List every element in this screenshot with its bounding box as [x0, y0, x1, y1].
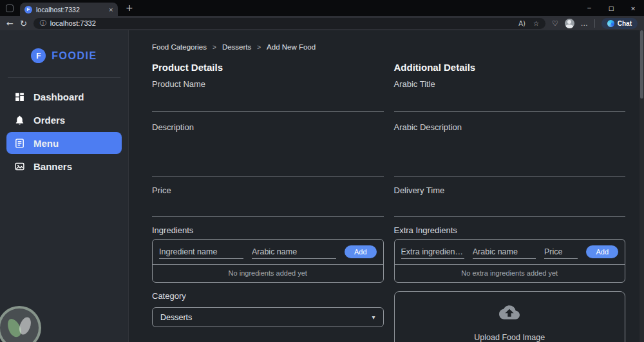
ingredients-input-row: Add [153, 240, 383, 265]
tab-strip: F localhost:7332 × + ─ □ × [0, 0, 644, 16]
upload-food-image-dropzone[interactable]: Upload Food Image [394, 291, 626, 342]
breadcrumb-item-add-new-food: Add New Food [267, 43, 316, 51]
new-tab-button[interactable]: + [126, 3, 133, 13]
tab-title: localhost:7332 [36, 6, 104, 14]
banners-image-icon [14, 161, 25, 172]
breadcrumb-item-food-categories[interactable]: Food Categories [152, 43, 207, 51]
more-menu-icon[interactable]: … [581, 19, 588, 28]
add-extra-ingredient-button[interactable]: Add [586, 245, 618, 258]
arabic-title-label: Arabic Title [394, 79, 626, 90]
close-button[interactable]: × [622, 0, 644, 16]
dashboard-icon [14, 91, 25, 102]
breadcrumb-separator: > [257, 44, 261, 51]
price-input[interactable] [152, 196, 384, 217]
back-icon[interactable]: ← [6, 19, 14, 28]
sidebar-item-menu[interactable]: Menu [6, 132, 122, 154]
sidebar-item-dashboard[interactable]: Dashboard [6, 86, 122, 108]
description-input[interactable] [152, 133, 384, 176]
favorite-star-icon[interactable]: ☆ [533, 20, 539, 27]
ingredient-name-input[interactable] [159, 245, 243, 259]
price-field: Price [152, 185, 384, 217]
bing-chat-icon [607, 20, 614, 27]
site-info-icon[interactable]: ⓘ [40, 19, 46, 28]
menu-card-icon [14, 138, 25, 149]
breadcrumb-separator: > [213, 44, 216, 51]
extra-ingredients-input-row: Add [395, 240, 625, 265]
additional-details-heading: Additional Details [394, 62, 626, 73]
arabic-title-input[interactable] [394, 90, 626, 112]
category-selected-value: Desserts [160, 313, 192, 322]
category-dropdown[interactable]: Desserts ▾ [152, 307, 384, 327]
tab-actions-icon[interactable] [6, 5, 14, 12]
address-bar-actions: A) ☆ [518, 20, 539, 27]
toolbar-divider [594, 19, 595, 28]
sidebar-item-label: Orders [33, 115, 65, 126]
arabic-title-field: Arabic Title [394, 79, 626, 112]
arabic-description-field: Arabic Description [394, 122, 626, 176]
sidebar: F FOODIE Dashboard Orders Menu [0, 30, 129, 342]
chat-button[interactable]: Chat [601, 18, 638, 29]
read-aloud-icon[interactable]: A) [518, 20, 526, 27]
extra-ingredients-empty-text: No extra ingredients added yet [395, 265, 625, 282]
main-content: Food Categories > Desserts > Add New Foo… [129, 30, 644, 342]
browser-essentials-icon[interactable]: ♡ [552, 19, 558, 28]
sidebar-item-label: Dashboard [33, 91, 84, 102]
tab-close-icon[interactable]: × [108, 6, 113, 13]
extra-ingredient-price-input[interactable] [544, 245, 578, 259]
minimize-button[interactable]: ─ [578, 0, 600, 16]
arabic-description-input[interactable] [394, 133, 626, 176]
breadcrumb: Food Categories > Desserts > Add New Foo… [152, 43, 625, 51]
logo-badge: F [31, 48, 46, 63]
scrollbar-thumb[interactable] [640, 30, 643, 99]
product-details-column: Product Details Product Name Description… [152, 62, 384, 342]
window-controls: ─ □ × [578, 0, 644, 16]
page-scrollbar[interactable] [639, 30, 644, 342]
sidebar-nav: Dashboard Orders Menu Banners [0, 86, 128, 177]
profile-avatar[interactable] [565, 19, 574, 28]
description-label: Description [152, 122, 384, 133]
browser-window: F localhost:7332 × + ─ □ × ← ↻ ⓘ localho… [0, 0, 644, 342]
extra-ingredients-box: Add No extra ingredients added yet [394, 239, 626, 283]
browser-toolbar: ← ↻ ⓘ localhost:7332 A) ☆ ♡ … Chat [0, 16, 644, 30]
delivery-time-field: Delivery Time [394, 185, 626, 217]
product-details-heading: Product Details [152, 62, 384, 73]
delivery-time-input[interactable] [394, 196, 626, 217]
orders-bell-icon [14, 115, 25, 126]
url-text: localhost:7332 [50, 19, 96, 27]
screen-recorder-watermark [0, 306, 41, 342]
page: F FOODIE Dashboard Orders Menu [0, 30, 644, 342]
breadcrumb-item-desserts[interactable]: Desserts [222, 43, 251, 51]
maximize-button[interactable]: □ [600, 0, 622, 16]
form-columns: Product Details Product Name Description… [152, 62, 625, 342]
upload-cloud-icon [499, 302, 520, 323]
additional-details-column: Additional Details Arabic Title Arabic D… [394, 62, 626, 342]
browser-tab[interactable]: F localhost:7332 × [20, 3, 118, 16]
sidebar-item-label: Menu [33, 138, 59, 149]
price-label: Price [152, 185, 384, 196]
logo-text: FOODIE [52, 50, 97, 62]
category-label: Category [152, 291, 384, 301]
address-bar[interactable]: ⓘ localhost:7332 A) ☆ [33, 18, 545, 29]
description-field: Description [152, 122, 384, 176]
ingredients-empty-text: No ingredients added yet [153, 265, 383, 282]
refresh-icon[interactable]: ↻ [20, 19, 27, 28]
extra-ingredient-name-input[interactable] [401, 245, 464, 259]
ingredients-title: Ingredients [152, 225, 384, 236]
sidebar-item-orders[interactable]: Orders [6, 109, 122, 131]
product-name-field: Product Name [152, 79, 384, 112]
delivery-time-label: Delivery Time [394, 185, 626, 196]
ingredients-box: Add No ingredients added yet [152, 239, 384, 283]
product-name-input[interactable] [152, 90, 384, 112]
extra-ingredients-title: Extra Ingredients [394, 225, 626, 236]
chat-label: Chat [618, 20, 632, 27]
product-name-label: Product Name [152, 79, 384, 90]
upload-food-image-label: Upload Food Image [474, 333, 545, 342]
extra-ingredient-arabic-input[interactable] [473, 245, 536, 259]
site-favicon: F [24, 6, 32, 14]
sidebar-item-banners[interactable]: Banners [6, 155, 122, 177]
add-ingredient-button[interactable]: Add [345, 245, 377, 258]
arabic-description-label: Arabic Description [394, 122, 626, 133]
ingredient-arabic-name-input[interactable] [252, 245, 336, 259]
sidebar-item-label: Banners [33, 161, 72, 172]
chevron-down-icon: ▾ [372, 314, 375, 321]
